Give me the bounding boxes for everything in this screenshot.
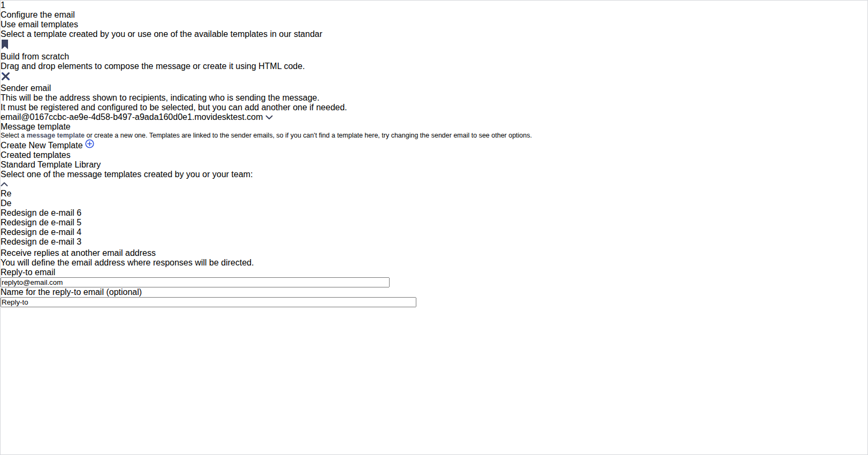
page-title: Configure the email xyxy=(1,10,867,20)
chevron-down-icon xyxy=(265,112,273,122)
template-combobox[interactable] xyxy=(1,179,867,189)
dropdown-option[interactable]: Redesign de e-mail 4 xyxy=(1,228,867,237)
sender-email-select[interactable]: email@0167ccbc-ae9e-4d58-b497-a9ada160d0… xyxy=(1,112,867,122)
top-gradient-bar xyxy=(1,1,868,5)
reply-to-email-input[interactable] xyxy=(1,277,390,287)
tab-standard-template-library[interactable]: Standard Template Library xyxy=(1,160,867,170)
message-template-label: Message template xyxy=(1,122,867,132)
card-description: Drag and drop elements to compose the me… xyxy=(1,62,867,71)
receive-replies-description: You will define the email address where … xyxy=(1,258,867,268)
card-title: Build from scratch xyxy=(1,52,867,62)
reply-settings-panel: Receive replies at another email address… xyxy=(1,248,867,307)
sender-email-desc-2: It must be registered and configured to … xyxy=(1,103,867,112)
tools-icon xyxy=(1,74,11,83)
create-new-template-label: Create New Template xyxy=(1,141,83,150)
template-select-label: Select one of the message templates crea… xyxy=(1,170,867,179)
templates-tab-panel: Created templates Standard Template Libr… xyxy=(1,150,867,189)
create-new-template-link[interactable]: Create New Template xyxy=(1,139,867,150)
chevron-up-icon xyxy=(1,179,8,188)
card-description: Select a template created by you or use … xyxy=(1,29,867,39)
sender-email-desc-1: This will be the address shown to recipi… xyxy=(1,93,867,103)
configure-email-page: 1 Configure the email Use email template… xyxy=(0,0,868,455)
reply-to-name-input[interactable] xyxy=(1,297,416,307)
card-title: Use email templates xyxy=(1,20,867,29)
template-dropdown-list: Redesign de e-mail 6 Redesign de e-mail … xyxy=(1,208,867,247)
sender-email-label: Sender email xyxy=(1,84,867,93)
bookmark-icon xyxy=(1,42,9,51)
reply-to-name-label: Name for the reply-to email (optional) xyxy=(1,287,867,297)
sender-email-value: email@0167ccbc-ae9e-4d58-b497-a9ada160d0… xyxy=(1,112,263,122)
receive-replies-label: Receive replies at another email address xyxy=(1,248,867,258)
obscured-section-title-fragment: Re xyxy=(1,189,867,199)
message-template-desc: Select a message template or create a ne… xyxy=(1,132,712,139)
option-card-use-templates[interactable]: Use email templates Select a template cr… xyxy=(1,20,867,52)
tab-created-templates[interactable]: Created templates xyxy=(1,150,867,160)
option-card-build-scratch[interactable]: Build from scratch Drag and drop element… xyxy=(1,52,867,84)
plus-circle-icon xyxy=(85,141,94,150)
dropdown-option[interactable]: Redesign de e-mail 6 xyxy=(1,208,867,218)
obscured-section-desc-fragment: De xyxy=(1,199,867,208)
dropdown-option[interactable]: Redesign de e-mail 5 xyxy=(1,218,867,228)
dropdown-option[interactable]: Redesign de e-mail 3 xyxy=(1,237,867,247)
reply-to-email-label: Reply-to email xyxy=(1,268,867,277)
